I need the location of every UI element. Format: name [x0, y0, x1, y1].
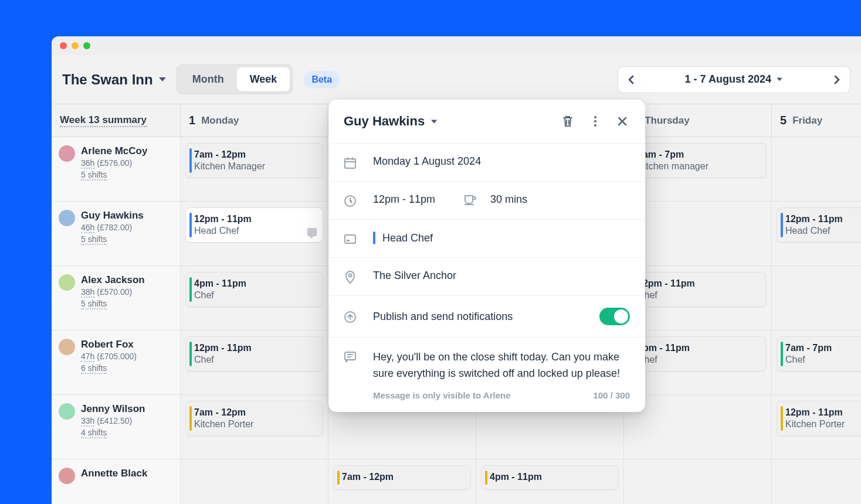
schedule-cell[interactable]: 12pm - 11pmChef: [624, 266, 772, 331]
employee-name: Jenny Wilson: [81, 403, 145, 415]
schedule-cell[interactable]: 4pm - 11pmChef: [181, 266, 328, 331]
svg-rect-5: [345, 235, 355, 243]
employee-shifts: 5 shifts: [81, 234, 107, 245]
schedule-cell[interactable]: 7am - 7pmChef: [772, 331, 861, 395]
date-range-label[interactable]: 1 - 7 August 2024: [644, 73, 824, 86]
employee-shifts: 5 shifts: [81, 299, 107, 309]
publish-toggle[interactable]: [599, 308, 630, 325]
role-color-icon: [373, 231, 375, 244]
delete-button[interactable]: [560, 113, 576, 130]
schedule-cell[interactable]: 4pm - 11pm: [476, 459, 624, 504]
popover-visibility: Message is only visible to Arlene: [373, 390, 511, 400]
shift-time: 7am - 12pm: [194, 149, 316, 160]
schedule-cell[interactable]: 7am - 12pm: [328, 459, 476, 504]
employee-cost: (£705.000): [97, 352, 137, 361]
schedule-cell[interactable]: [772, 137, 861, 202]
schedule-cell[interactable]: 7am - 7pmKitchen manager: [624, 137, 772, 202]
chevron-down-icon: [777, 78, 782, 81]
more-button[interactable]: [591, 113, 599, 130]
shift-card[interactable]: 7am - 7pmKitchen manager: [629, 143, 767, 178]
day-header: 5Friday: [772, 104, 861, 137]
prev-week-button[interactable]: [618, 67, 644, 93]
venue-name: The Swan Inn: [62, 71, 153, 88]
schedule-cell[interactable]: 12pm - 11pmChef: [181, 331, 328, 395]
employee-cell[interactable]: Alex Jackson 38h (£570.00) 5 shifts: [52, 266, 181, 331]
svg-point-1: [594, 120, 596, 122]
popover-title-selector[interactable]: Guy Hawkins: [344, 114, 438, 129]
shift-card[interactable]: 12pm - 11pmChef: [629, 272, 767, 307]
shift-card[interactable]: 7am - 12pmKitchen Manager: [185, 143, 323, 178]
employee-cost: (£782.00): [97, 223, 132, 232]
schedule-cell[interactable]: 4pm - 11pmChef: [624, 331, 772, 395]
popover-message: Hey, you'll be on the close shift today.…: [373, 349, 630, 382]
schedule-cell[interactable]: [772, 459, 861, 504]
shift-card[interactable]: 12pm - 11pmHead Chef: [185, 207, 323, 243]
employee-cell[interactable]: Guy Hawkins 46h (£782.00) 5 shifts: [52, 202, 181, 266]
shift-time: 7am - 12pm: [194, 407, 316, 418]
employee-hours: 36h: [81, 158, 94, 169]
svg-point-0: [594, 116, 596, 118]
employee-cell[interactable]: Arlene McCoy 36h (£576.00) 5 shifts: [52, 137, 181, 202]
avatar: [59, 339, 75, 355]
summary-header: Week 13 summary: [52, 104, 181, 137]
day-name: Monday: [201, 115, 239, 127]
toolbar: The Swan Inn Month Week Beta 1 - 7 Augus…: [52, 55, 861, 104]
minimize-window-icon[interactable]: [72, 42, 79, 49]
message-icon: [344, 350, 357, 363]
schedule-cell[interactable]: [181, 459, 328, 504]
day-header: 4Thursday: [624, 104, 772, 137]
publish-icon: [344, 311, 357, 323]
schedule-cell[interactable]: [624, 202, 772, 266]
avatar: [59, 468, 75, 484]
schedule-cell[interactable]: 7am - 12pmKitchen Manager: [181, 137, 328, 202]
avatar: [59, 145, 75, 162]
next-week-button[interactable]: [824, 67, 850, 93]
employee-cell[interactable]: Jenny Wilson 33h (£412.50) 4 shifts: [52, 395, 181, 459]
date-range-picker: 1 - 7 August 2024: [618, 66, 850, 93]
tab-month[interactable]: Month: [179, 67, 237, 91]
schedule-cell[interactable]: [624, 395, 772, 459]
shift-card[interactable]: 7am - 12pmKitchen Porter: [185, 401, 323, 436]
schedule-cell[interactable]: [624, 459, 772, 504]
employee-cell[interactable]: Robert Fox 47h (£705.000) 6 shifts: [52, 331, 181, 395]
schedule-cell[interactable]: 12pm - 11pmKitchen Porter: [772, 395, 861, 459]
shift-card[interactable]: 4pm - 11pmChef: [185, 272, 323, 307]
employee-hours: 38h: [81, 287, 94, 298]
shift-card[interactable]: 12pm - 11pmKitchen Porter: [777, 401, 861, 436]
employee-shifts: 4 shifts: [81, 428, 107, 438]
schedule-cell[interactable]: [772, 266, 861, 331]
avatar: [59, 403, 75, 420]
shift-time: 7am - 7pm: [785, 343, 861, 353]
schedule-cell[interactable]: 7am - 12pmKitchen Porter: [181, 395, 328, 459]
shift-time: 12pm - 11pm: [194, 214, 316, 224]
shift-role: Chef: [638, 290, 759, 301]
close-button[interactable]: [615, 114, 630, 129]
shift-role: Head Chef: [785, 226, 861, 236]
employee-name: Arlene McCoy: [81, 145, 147, 157]
schedule-cell[interactable]: 12pm - 11pmHead Chef: [772, 202, 861, 266]
employee-cell[interactable]: Annette Black: [52, 459, 181, 504]
maximize-window-icon[interactable]: [83, 42, 90, 49]
popover-break: 30 mins: [490, 193, 527, 206]
employee-hours: 47h: [81, 352, 94, 362]
shift-card[interactable]: 12pm - 11pmChef: [185, 336, 323, 372]
close-window-icon[interactable]: [60, 42, 67, 49]
day-header: 1Monday: [181, 104, 328, 137]
schedule-cell[interactable]: 12pm - 11pmHead Chef: [181, 202, 328, 266]
popover-location: The Silver Anchor: [373, 270, 630, 282]
close-icon: [617, 116, 628, 127]
employee-name: Guy Hawkins: [81, 210, 144, 222]
shift-card[interactable]: 12pm - 11pmHead Chef: [777, 207, 861, 243]
employee-name: Robert Fox: [81, 339, 137, 350]
employee-shifts: 6 shifts: [81, 363, 107, 374]
tab-week[interactable]: Week: [237, 67, 290, 91]
chevron-down-icon: [159, 77, 166, 81]
summary-label: Week 13 summary: [60, 114, 147, 127]
shift-card[interactable]: 7am - 12pm: [333, 465, 471, 490]
venue-selector[interactable]: The Swan Inn: [62, 71, 166, 88]
shift-card[interactable]: 4pm - 11pmChef: [629, 336, 767, 372]
popover-message-row: Hey, you'll be on the close shift today.…: [328, 338, 645, 412]
avatar: [59, 274, 75, 291]
shift-card[interactable]: 4pm - 11pm: [481, 465, 619, 490]
shift-card[interactable]: 7am - 7pmChef: [777, 336, 861, 372]
